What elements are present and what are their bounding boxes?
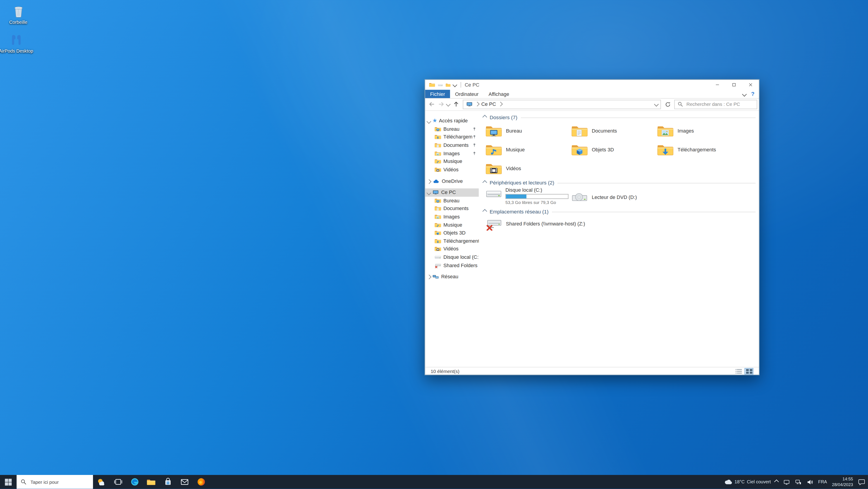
tab-file[interactable]: Fichier [425,90,450,98]
action-center-icon[interactable] [858,479,865,486]
group-header-rule [552,211,755,212]
forward-button[interactable] [436,99,446,109]
network-tray-icon[interactable] [795,479,802,485]
firefox-button[interactable] [193,475,209,489]
folder-tile-bureau[interactable]: Bureau [486,122,568,139]
search-icon [678,102,683,107]
disk-capacity-fill [506,195,526,198]
task-view-button[interactable] [110,475,126,489]
folder-tile-documents[interactable]: Documents [571,122,654,139]
desktop-icon-recycle-bin[interactable]: Corbeille [0,3,36,25]
sidebar-item-quick-access[interactable]: ★ Accès rapide [425,117,479,125]
music-folder-icon [486,143,502,156]
vmware-tray-icon[interactable] [783,479,790,485]
taskbar-weather[interactable]: 18°C Ciel couvert [719,479,775,485]
breadcrumb-item[interactable]: Ce PC [482,102,496,107]
help-button[interactable]: ? [751,91,754,97]
close-button[interactable] [742,80,759,90]
sidebar-item-pc-disque-c[interactable]: Disque local (C:) [425,253,479,261]
recent-locations-button[interactable] [446,99,451,109]
pin-icon [472,151,477,156]
sidebar-item-pc-shared-folders[interactable]: Shared Folders (\\vm [425,261,479,269]
expand-chevron-icon[interactable] [427,190,431,195]
folder-tile-videos[interactable]: Vidéos [486,160,568,177]
folder-tile-images[interactable]: Images [657,122,740,139]
language-indicator[interactable]: FRA [818,480,827,485]
taskbar-search[interactable] [17,475,93,489]
sidebar-item-videos[interactable]: Vidéos [425,166,479,174]
sidebar-item-documents[interactable]: Documents [425,141,479,149]
close-icon [748,82,753,87]
folder-tile-objets-3d[interactable]: Objets 3D [571,141,654,158]
sidebar-item-images[interactable]: Images [425,149,479,157]
title-bar[interactable]: Ce PC [425,80,759,90]
minimize-button[interactable] [709,80,725,90]
drive-tile-c[interactable]: Disque local (C:) 53,3 Go libres sur 79,… [486,187,573,207]
videos-folder-icon [486,162,502,175]
weather-desc: Ciel couvert [747,480,771,485]
sidebar-item-onedrive[interactable]: OneDrive [425,177,479,185]
news-widget-button[interactable] [93,475,110,489]
network-tile-shared-folders[interactable]: Shared Folders (\\vmware-host) (Z:) [486,215,613,232]
folder-tile-musique[interactable]: Musique [486,141,568,158]
clock[interactable]: 14:55 28/04/2023 [832,477,853,487]
qat-new-folder-icon[interactable] [446,82,451,87]
breadcrumb[interactable]: Ce PC [463,99,661,109]
address-dropdown-chevron-icon[interactable] [654,102,658,106]
explorer-app-icon [429,82,435,87]
sidebar-item-this-pc[interactable]: Ce PC [425,189,479,197]
collapse-group-chevron-icon[interactable] [483,115,487,119]
search-input[interactable] [685,101,754,107]
desktop-folder-icon [435,198,441,203]
airpods-icon [9,33,23,47]
item-count: 10 élément(s) [431,368,460,374]
qat-customize-chevron-icon[interactable] [453,83,457,87]
up-button[interactable] [451,99,461,109]
store-button[interactable] [159,475,176,489]
ribbon-expand-chevron-icon[interactable] [742,92,747,96]
sidebar-item-pc-bureau[interactable]: Bureau [425,197,479,205]
collapse-group-chevron-icon[interactable] [483,180,487,185]
large-icons-view-icon [745,368,752,374]
sidebar-item-telechargements[interactable]: Téléchargements [425,133,479,141]
sidebar-item-pc-musique[interactable]: Musique [425,221,479,229]
mail-button[interactable] [176,475,193,489]
collapse-group-chevron-icon[interactable] [483,209,487,214]
large-icons-view-button[interactable] [744,368,753,374]
search-box[interactable] [674,99,757,109]
taskbar-search-input[interactable] [29,479,89,485]
qat-properties-icon[interactable] [438,82,443,87]
expand-chevron-icon[interactable] [427,119,431,123]
sidebar-item-pc-videos[interactable]: Vidéos [425,245,479,253]
sidebar-item-pc-documents[interactable]: Documents [425,205,479,213]
drive-tile-dvd[interactable]: Lecteur de DVD (D:) [571,188,654,207]
edge-button[interactable] [126,475,143,489]
maximize-button[interactable] [725,80,742,90]
group-header-folders[interactable]: Dossiers (7) [482,114,755,121]
breadcrumb-separator-icon[interactable] [498,102,502,106]
details-view-button[interactable] [734,368,743,374]
sidebar-item-pc-objets-3d[interactable]: Objets 3D [425,229,479,237]
folder-tile-telechargements[interactable]: Téléchargements [657,141,740,158]
back-button[interactable] [427,99,436,109]
sidebar-item-pc-images[interactable]: Images [425,213,479,221]
this-pc-icon [432,190,439,195]
desktop-icon-airpods[interactable]: AirPods Desktop [0,33,34,54]
tray-overflow-chevron-icon[interactable] [775,480,779,484]
videos-folder-icon [435,246,441,252]
group-header-drives[interactable]: Périphériques et lecteurs (2) [482,179,755,186]
sidebar-item-pc-telechargements[interactable]: Téléchargements [425,237,479,245]
volume-tray-icon[interactable] [806,479,813,485]
collapse-chevron-icon[interactable] [427,275,431,279]
refresh-button[interactable] [663,101,672,107]
file-explorer-button[interactable] [143,475,159,489]
sidebar-item-musique[interactable]: Musique [425,157,479,166]
group-header-network-locations[interactable]: Emplacements réseau (1) [482,208,755,215]
downloads-folder-icon [657,143,674,156]
tab-view[interactable]: Affichage [484,90,514,98]
sidebar-item-bureau[interactable]: Bureau [425,125,479,133]
collapse-chevron-icon[interactable] [427,179,431,183]
tab-computer[interactable]: Ordinateur [450,90,484,98]
start-button[interactable] [0,475,17,489]
sidebar-item-network[interactable]: Réseau [425,272,479,281]
